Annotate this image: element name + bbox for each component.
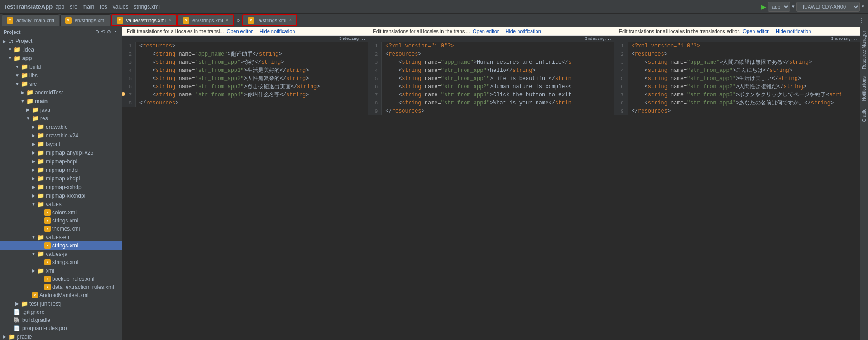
file-icon-gitignore: 📄 [14,309,20,315]
tree-item-data-extraction[interactable]: x data_extraction_rules.xml [0,283,122,291]
tree-item-drawable[interactable]: ▶ 📁 drawable [0,123,122,131]
editor-content-1[interactable]: Indexing... 1 <resources> 2 <string name… [122,36,368,340]
sidebar-icon-sync[interactable]: ⟲ [101,29,105,35]
menu-strings[interactable]: strings.xml [134,4,160,10]
tab-en-strings[interactable]: x en/strings.xml [60,14,110,26]
tree-item-ja-strings-xml[interactable]: x strings.xml [0,258,122,266]
tree-label: libs [29,72,38,79]
hide-notification-link-2[interactable]: Hide notification [505,28,541,34]
line-content: <string name="str_from_app2">人間性は複雑だ</st… [628,83,860,91]
tree-item-layout[interactable]: ▶ 📁 layout [0,140,122,148]
tree-item-values[interactable]: ▼ 📁 values [0,200,122,208]
line-number: 4 [122,66,136,75]
tab-overflow-arrow[interactable]: » [235,16,242,24]
sidebar-icon-settings[interactable]: ⚙ [107,29,111,35]
folder-icon-drawable: 📁 [37,123,44,130]
tree-item-mipmap-xxhdpi[interactable]: ▶ 📁 mipmap-xxhdpi [0,183,122,191]
yellow-dot-indicator [122,92,125,96]
tree-item-mipmap-hdpi[interactable]: ▶ 📁 mipmap-hdpi [0,157,122,165]
tab-ja-strings[interactable]: x ja/strings.xml × [242,14,297,26]
tree-item-build[interactable]: ▼ 📁 build [0,62,122,71]
tree-item-libs[interactable]: ▼ 📁 libs [0,71,122,80]
code-line: 5 <string name="str_from_app2">人性是复杂的</s… [122,75,368,83]
tree-item-proguard[interactable]: 📄 proguard-rules.pro [0,324,122,332]
gradle-panel[interactable]: Gradle [860,105,868,126]
editor-content-3[interactable]: Indexing... 1 <?xml version="1.0"?> 2 <r… [614,36,860,340]
tree-item-mipmap-xxxhdpi[interactable]: ▶ 📁 mipmap-xxxhdpi [0,191,122,200]
file-icon-proguard: 📄 [14,325,20,331]
code-line: 2 <string name="app_name">翻译助手</string> [122,50,368,58]
run-button[interactable]: ▶ [761,3,766,10]
tab-close-values-strings[interactable]: × [168,18,171,23]
tab-activity-main[interactable]: x activity_main.xml [2,14,59,26]
tree-item-colors-xml[interactable]: x colors.xml [0,208,122,217]
editor-content-2[interactable]: Indexing... 1 <?xml version="1.0"?> 2 <r… [368,36,614,340]
tree-item-app[interactable]: ▼ 📁 app [0,54,122,62]
tree-item-backup-rules[interactable]: x backup_rules.xml [0,275,122,283]
tree-item-en-strings-xml[interactable]: x strings.xml [0,241,122,250]
tree-item-test[interactable]: ▶ 📁 test [unitTest] [0,299,122,308]
tree-item-values-en[interactable]: ▼ 📁 values-en [0,233,122,241]
tab-close-ja-strings[interactable]: × [289,18,292,23]
hide-notification-link-1[interactable]: Hide notification [259,28,295,34]
tree-item-values-ja[interactable]: ▼ 📁 values-ja [0,250,122,258]
sidebar-icon-add[interactable]: ⊕ [95,29,99,35]
resource-manager-panel[interactable]: Resource Manager [860,27,868,73]
tree-item-mipmap-mdpi[interactable]: ▶ 📁 mipmap-mdpi [0,165,122,174]
tree-item-xml-folder[interactable]: ▶ 📁 xml [0,266,122,275]
tree-item-drawable-v24[interactable]: ▶ 📁 drawable-v24 [0,131,122,140]
device-select[interactable]: ▾ [792,4,795,9]
tree-item-mipmap-anydpi[interactable]: ▶ 📁 mipmap-anydpi-v26 [0,148,122,157]
line-number: 5 [614,75,628,83]
main-layout: Project ⊕ ⟲ ⚙ ⋮ ▶ 🗂 Project ▼ 📁 .idea ▼ [0,27,868,340]
line-content: <string name="str_from_app4">あなたの名前は何ですか… [628,99,860,107]
folder-icon-mipmap-xxhdpi: 📁 [37,184,44,190]
tree-item-res[interactable]: ▼ 📁 res [0,114,122,123]
device-arrow[interactable]: ▾ [862,4,864,9]
tree-item-src[interactable]: ▼ 📁 src [0,80,122,88]
open-editor-link-3[interactable]: Open editor [743,28,768,34]
xml-icon: x [248,17,254,24]
line-content: <resources> [136,42,368,50]
app-config-select[interactable]: app [768,2,790,12]
tab-close-en-strings2[interactable]: × [226,18,229,23]
line-number: 5 [122,75,136,83]
menu-src[interactable]: src [70,4,77,10]
tree-item-project[interactable]: ▶ 🗂 Project [0,37,122,45]
arrow-mipmap-xhdpi: ▶ [31,176,36,181]
code-line: 5 <string name="str_from_app1">Life is b… [368,75,614,83]
tab-en-strings2[interactable]: x en/strings.xml × [177,14,234,26]
arrow-values-en: ▼ [31,235,36,240]
hide-notification-link-3[interactable]: Hide notification [776,28,811,34]
code-line: 6 <string name="str_from_app3">点击按钮退出页面<… [122,83,368,91]
sidebar-icon-more[interactable]: ⋮ [113,29,118,35]
line-content: <string name="str_from_app4">What is you… [382,99,614,107]
tree-item-themes-xml[interactable]: x themes.xml [0,225,122,233]
menu-main[interactable]: main [82,4,94,10]
more-options-button[interactable]: ⋮ [857,17,866,24]
arrow-app: ▼ [7,56,13,61]
tree-item-androidtest[interactable]: ▶ 📁 androidTest [0,88,122,97]
device-selector[interactable]: HUAWEI CDY-AN00 [796,2,860,12]
tree-item-gitignore[interactable]: 📄 .gitignore [0,308,122,316]
tree-label: xml [46,268,54,274]
tab-values-strings[interactable]: x values/strings.xml × [111,14,177,26]
tree-item-idea[interactable]: ▼ 📁 .idea [0,45,122,54]
line-number: 9 [614,107,628,115]
menu-app[interactable]: app [55,4,64,10]
tree-item-gradle[interactable]: ▶ 📁 gradle [0,332,122,340]
tree-item-strings-xml[interactable]: x strings.xml [0,217,122,225]
line-number: 4 [368,66,382,75]
tree-item-java[interactable]: ▶ 📁 java [0,105,122,114]
open-editor-link-2[interactable]: Open editor [473,28,499,34]
menu-res[interactable]: res [100,4,107,10]
notification-bar-3: Edit translations for all locales in the… [614,27,860,36]
line-number: 7 [122,91,136,99]
tree-item-main[interactable]: ▼ 📁 main [0,97,122,105]
tree-item-mipmap-xhdpi[interactable]: ▶ 📁 mipmap-xhdpi [0,174,122,183]
menu-values[interactable]: values [113,4,129,10]
notifications-panel[interactable]: Notifications [860,73,868,104]
tree-item-androidmanifest[interactable]: x AndroidManifest.xml [0,291,122,299]
open-editor-link-1[interactable]: Open editor [227,28,253,34]
tree-item-build-gradle[interactable]: 🐘 build.gradle [0,316,122,324]
